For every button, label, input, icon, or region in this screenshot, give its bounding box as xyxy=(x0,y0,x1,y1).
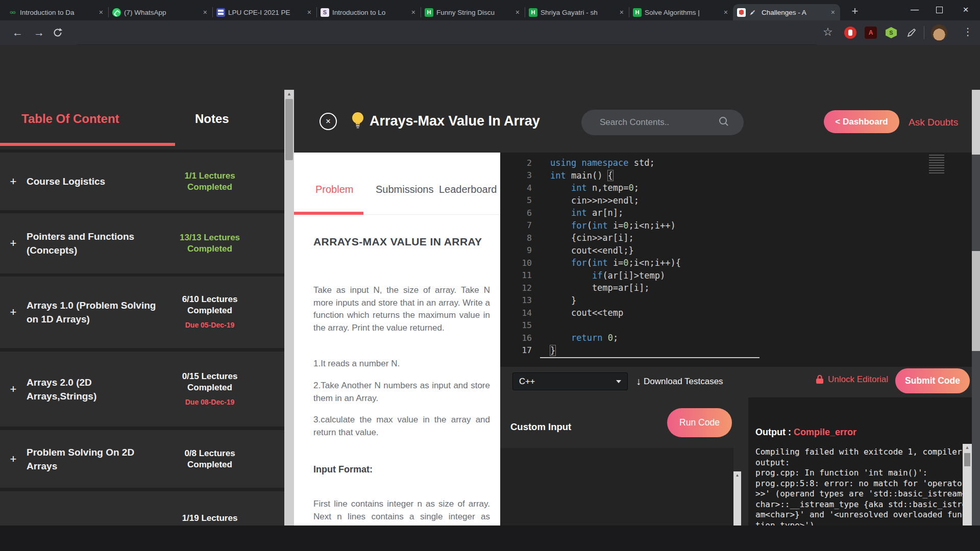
tab-close-icon[interactable]: × xyxy=(98,8,104,16)
tab-submissions[interactable]: Submissions xyxy=(376,184,433,195)
page-content: Table Of Content Notes +Course Logistics… xyxy=(0,45,980,525)
tab-close-icon[interactable]: × xyxy=(306,8,312,16)
scrollbar-thumb[interactable] xyxy=(972,251,980,351)
code-text: for(int i=0;i<n;i++){ xyxy=(550,258,681,268)
tab-close-icon[interactable]: × xyxy=(830,8,836,16)
code-line-9[interactable]: 9 cout<<endl;} xyxy=(500,244,972,257)
lectures-status: 0/8 Lectures Completed xyxy=(166,448,253,470)
tab-close-icon[interactable]: × xyxy=(410,8,416,16)
browser-tab-5[interactable]: HShriya Gayatri - sh× xyxy=(525,4,629,20)
tab-close-icon[interactable]: × xyxy=(723,8,729,16)
tab-leaderboard[interactable]: Leaderboard xyxy=(439,184,497,195)
run-code-button[interactable]: Run Code xyxy=(667,408,732,437)
tab-notes[interactable]: Notes xyxy=(195,112,229,126)
submit-code-button[interactable]: Submit Code xyxy=(895,368,970,393)
expander-icon[interactable]: + xyxy=(0,383,27,396)
adblock-extension-icon[interactable] xyxy=(843,26,857,40)
scroll-up-arrow[interactable]: ▲ xyxy=(733,471,741,480)
chevron-down-icon xyxy=(616,380,621,383)
line-number: 9 xyxy=(500,245,532,255)
code-line-11[interactable]: 11 if(ar[i]>temp) xyxy=(500,269,972,282)
browser-tab-7[interactable]: Challenges - A× xyxy=(733,4,840,20)
tab-problem[interactable]: Problem xyxy=(315,184,353,195)
code-line-3[interactable]: 3int main() { xyxy=(500,169,972,182)
code-line-10[interactable]: 10 for(int i=0;i<n;i++){ xyxy=(500,257,972,269)
browser-tab-6[interactable]: HSolve Algorithms |× xyxy=(629,4,733,20)
search-contents-box[interactable] xyxy=(581,110,744,135)
tab-close-icon[interactable]: × xyxy=(514,8,521,16)
problem-point-2: 2.Take Another N numbers as input and st… xyxy=(313,380,490,405)
toc-row-0[interactable]: +Course Logistics1/1 Lectures Completed xyxy=(0,153,284,210)
scroll-up-arrow[interactable]: ▲ xyxy=(963,444,972,451)
browser-tab-0[interactable]: GGIntroduction to Da× xyxy=(4,4,108,20)
code-line-13[interactable]: 13 } xyxy=(500,294,972,307)
window-maximize-button[interactable] xyxy=(927,0,951,19)
lpu-favicon xyxy=(216,8,225,17)
toc-row-4[interactable]: +Problem Solving On 2D Arrays0/8 Lecture… xyxy=(0,430,284,488)
tab-close-icon[interactable]: × xyxy=(202,8,208,16)
download-testcases-label: Download Testcases xyxy=(644,377,723,387)
line-number: 2 xyxy=(500,158,532,168)
expander-icon[interactable]: + xyxy=(0,237,27,250)
pen-extension-icon[interactable] xyxy=(904,26,919,40)
editor-minimap[interactable] xyxy=(929,155,944,174)
search-contents-input[interactable] xyxy=(599,117,718,128)
page-scrollbar[interactable] xyxy=(972,90,980,551)
code-line-16[interactable]: 16 return 0; xyxy=(500,332,972,344)
line-number: 4 xyxy=(500,183,532,193)
code-editor[interactable]: 2using namespace std;3int main() {4 int … xyxy=(500,153,972,367)
scroll-up-arrow[interactable]: ▲ xyxy=(284,90,294,98)
hexagon-extension-icon[interactable]: S xyxy=(884,26,898,40)
line-number: 6 xyxy=(500,208,532,218)
profile-avatar[interactable] xyxy=(931,24,947,41)
code-line-2[interactable]: 2using namespace std; xyxy=(500,157,972,169)
unlock-editorial-label: Unlock Editorial xyxy=(828,374,888,385)
download-testcases-button[interactable]: ↓ Download Testcases xyxy=(636,375,723,387)
browser-tab-1[interactable]: (7) WhatsApp× xyxy=(108,4,212,20)
code-line-15[interactable]: 15 xyxy=(500,319,972,332)
language-select[interactable]: C++ xyxy=(512,372,628,390)
new-tab-button[interactable]: + xyxy=(847,4,863,19)
scrollbar-thumb[interactable] xyxy=(285,99,293,160)
ask-doubts-link[interactable]: Ask Doubts xyxy=(909,117,958,128)
code-line-17[interactable]: 17} xyxy=(500,344,972,357)
tab-close-icon[interactable]: × xyxy=(619,8,625,16)
code-line-6[interactable]: 6 int ar[n]; xyxy=(500,207,972,219)
code-line-4[interactable]: 4 int n,temp=0; xyxy=(500,182,972,194)
bookmark-star-icon[interactable]: ☆ xyxy=(823,27,833,38)
pdf-extension-icon[interactable]: A xyxy=(864,26,878,40)
sic-favicon: S xyxy=(321,8,329,17)
code-line-14[interactable]: 14 cout<<temp xyxy=(500,307,972,319)
browser-tab-4[interactable]: HFunny String Discu× xyxy=(421,4,525,20)
close-player-icon[interactable]: × xyxy=(320,113,337,130)
dashboard-button[interactable]: < Dashboard xyxy=(824,110,899,133)
scrollbar-top-segment xyxy=(972,90,980,155)
toc-row-1[interactable]: +Pointers and Functions (Concepts)13/13 … xyxy=(0,213,284,273)
expander-icon[interactable]: + xyxy=(0,306,27,319)
unlock-editorial-button[interactable]: Unlock Editorial xyxy=(816,374,888,385)
tab-table-of-content[interactable]: Table Of Content xyxy=(21,112,119,126)
scrollbar-thumb[interactable] xyxy=(964,453,970,466)
expander-icon[interactable]: + xyxy=(0,453,27,466)
editor-lines: 2using namespace std;3int main() {4 int … xyxy=(500,157,972,357)
lightbulb-icon xyxy=(351,111,364,133)
back-icon[interactable]: ← xyxy=(12,27,23,38)
expander-icon[interactable]: + xyxy=(0,175,27,188)
refresh-icon[interactable] xyxy=(52,27,63,40)
window-close-button[interactable]: × xyxy=(951,0,980,19)
sidebar-scrollbar[interactable]: ▲ xyxy=(284,90,294,551)
forward-icon[interactable]: → xyxy=(34,27,44,38)
browser-tab-3[interactable]: SIntroduction to Lo× xyxy=(316,4,421,20)
code-line-7[interactable]: 7 for(int i=0;i<n;i++) xyxy=(500,219,972,232)
toc-row-2[interactable]: +Arrays 1.0 (Problem Solving on 1D Array… xyxy=(0,277,284,348)
code-line-5[interactable]: 5 cin>>n>>endl; xyxy=(500,194,972,207)
tab-title: LPU CPE-I 2021 PE xyxy=(228,9,303,16)
toc-row-3[interactable]: +Arrays 2.0 (2D Arrays,Strings)0/15 Lect… xyxy=(0,352,284,427)
browser-menu-kebab-icon[interactable]: ⋮ xyxy=(963,27,973,37)
code-line-12[interactable]: 12 temp=ar[i]; xyxy=(500,282,972,294)
browser-tab-2[interactable]: LPU CPE-I 2021 PE× xyxy=(212,4,316,20)
window-minimize-button[interactable]: — xyxy=(902,0,927,19)
code-line-8[interactable]: 8 {cin>>ar[i]; xyxy=(500,232,972,244)
problem-panel: Problem Submissions Leaderboard ARRAYS-M… xyxy=(294,153,500,551)
toc-row-title: Arrays 1.0 (Problem Solving on 1D Arrays… xyxy=(27,298,160,326)
